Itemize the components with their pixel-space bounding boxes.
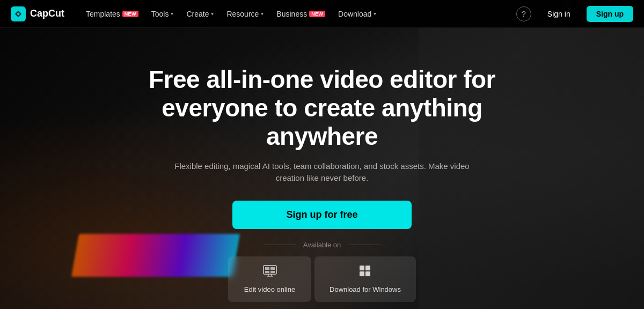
help-button[interactable]: ? [516,6,531,21]
hero-title: Free all-in-one video editor for everyon… [113,65,531,151]
nav-item-resource[interactable]: Resource ▾ [221,6,269,21]
platform-card-online[interactable]: Edit video online [228,256,311,302]
online-editor-icon [263,265,277,280]
logo[interactable]: CapCut [11,6,64,21]
nav-label-download: Download [338,10,371,18]
platform-label-windows: Download for Windows [330,285,401,293]
svg-rect-10 [365,266,370,270]
svg-rect-3 [270,267,275,270]
nav-label-resource: Resource [226,10,259,18]
nav-item-create[interactable]: Create ▾ [181,6,219,21]
cta-signup-button[interactable]: Sign up for free [232,201,411,229]
available-line-left [264,245,296,245]
badge-business: New [309,11,325,17]
svg-rect-12 [365,271,370,276]
svg-rect-2 [265,267,269,270]
nav-links: Templates New Tools ▾ Create ▾ Resource … [80,6,516,21]
badge-templates: New [122,11,138,17]
nav-label-create: Create [186,10,209,18]
nav-item-tools[interactable]: Tools ▾ [146,6,179,21]
signin-button[interactable]: Sign in [538,6,580,22]
hero-section: Free all-in-one video editor for everyon… [0,28,644,302]
navbar: CapCut Templates New Tools ▾ Create ▾ Re… [0,0,644,28]
available-on-section: Available on [264,241,381,249]
svg-rect-9 [360,266,364,270]
logo-text: CapCut [30,8,64,19]
platform-label-online: Edit video online [244,285,295,293]
nav-label-templates: Templates [86,10,120,18]
nav-right: ? Sign in Sign up [516,6,633,22]
nav-item-templates[interactable]: Templates New [80,6,144,21]
chevron-icon-resource: ▾ [261,11,264,17]
svg-rect-5 [270,271,275,273]
capcut-logo-icon [11,6,26,21]
nav-item-download[interactable]: Download ▾ [333,6,382,21]
svg-rect-4 [265,271,269,273]
nav-label-business: Business [276,10,307,18]
svg-rect-11 [360,271,364,276]
signup-button[interactable]: Sign up [587,6,633,22]
available-on-label: Available on [303,241,341,249]
platform-card-windows[interactable]: Download for Windows [314,256,416,302]
available-line-right [348,245,380,245]
chevron-icon-tools: ▾ [171,11,173,17]
windows-icon [359,265,371,280]
hero-subtitle: Flexible editing, magical AI tools, team… [161,160,483,185]
chevron-icon-create: ▾ [211,11,214,17]
help-icon: ? [522,10,526,18]
nav-item-business[interactable]: Business New [271,6,331,21]
chevron-icon-download: ▾ [374,11,376,17]
nav-label-tools: Tools [151,10,169,18]
platform-cards: Edit video online Download for Windows [228,256,416,302]
